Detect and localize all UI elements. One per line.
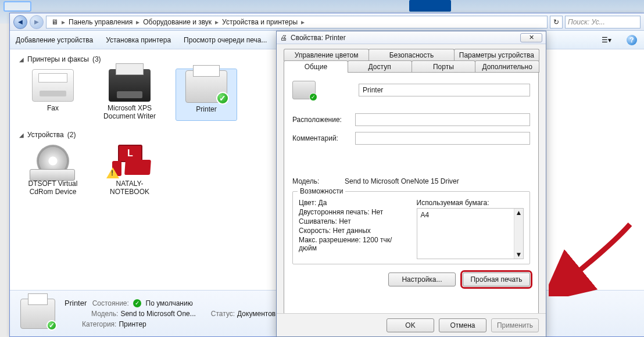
feature-stapler: Сшиватель: Нет — [299, 217, 406, 225]
model-value: Send to Microsoft OneNote 15 Driver — [345, 177, 459, 185]
details-state-key: Состояние: — [92, 299, 129, 307]
tabs-row-top: Управление цветом Безопасность Параметры… — [284, 49, 539, 61]
paper-value: A4 — [421, 211, 430, 219]
scrollbar[interactable]: ▲▼ — [514, 209, 523, 259]
check-icon: ✓ — [133, 299, 141, 307]
device-label: Fax — [23, 104, 83, 112]
device-xps[interactable]: Microsoft XPS Document Writer — [99, 69, 160, 120]
tabs-row-bottom: Общие Доступ Порты Дополнительно — [284, 60, 539, 73]
breadcrumb-item[interactable]: Оборудование и звук — [141, 18, 214, 26]
category-count: (3) — [92, 55, 101, 63]
tab-advanced[interactable]: Дополнительно — [475, 60, 539, 73]
refresh-button[interactable]: ↻ — [550, 16, 563, 28]
view-options-button[interactable]: ☰▾ — [600, 34, 613, 46]
device-label: NATALY-NOTEBOOK — [99, 180, 160, 196]
cmd-add-printer[interactable]: Установка принтера — [106, 36, 171, 44]
collapse-icon: ◢ — [19, 56, 24, 63]
tab-panel-general: ✓ Printer Расположение: Комментарий: Мод… — [284, 72, 539, 317]
printer-icon: ✓ — [185, 70, 227, 103]
cmd-view-queue[interactable]: Просмотр очереди печа... — [184, 36, 267, 44]
close-button[interactable]: ✕ — [520, 33, 542, 42]
device-dtsoft[interactable]: DTSOFT Virtual CdRom Device — [23, 145, 83, 196]
category-label: Устройства — [27, 131, 64, 139]
device-label: DTSOFT Virtual CdRom Device — [23, 180, 83, 196]
comment-input[interactable] — [355, 132, 530, 145]
comment-label: Комментарий: — [292, 134, 349, 142]
ok-button[interactable]: OK — [387, 318, 434, 332]
device-label: Microsoft XPS Document Writer — [99, 104, 160, 120]
details-state-value: По умолчанию — [146, 299, 193, 307]
details-status-value: Документов... — [237, 310, 281, 318]
help-button[interactable]: ? — [625, 34, 638, 46]
default-check-icon: ✓ — [46, 320, 57, 331]
location-input[interactable] — [355, 113, 530, 126]
dialog-title: Свойства: Printer — [291, 34, 517, 42]
features-legend: Возможности — [298, 187, 345, 195]
feature-speed: Скорость: Нет данных — [299, 227, 406, 235]
fax-icon — [32, 69, 74, 102]
cancel-button[interactable]: Отмена — [439, 318, 486, 332]
tab-device-settings[interactable]: Параметры устройства — [454, 49, 539, 61]
dialog-body: Управление цветом Безопасность Параметры… — [277, 44, 546, 317]
test-print-button[interactable]: Пробная печать — [463, 273, 530, 286]
device-notebook[interactable]: NATALY-NOTEBOOK — [99, 145, 160, 196]
settings-button[interactable]: Настройка... — [388, 273, 456, 286]
check-icon: ✓ — [309, 93, 317, 101]
nav-forward-button[interactable]: ► — [30, 15, 44, 29]
device-label: Printer — [176, 105, 237, 113]
dialog-footer: OK Отмена Применить — [277, 313, 546, 336]
address-bar: ◄ ► 🖥▸ Панель управления▸ Оборудование и… — [10, 13, 644, 31]
search-input[interactable]: Поиск: Ус... — [565, 16, 641, 28]
cdrom-icon — [32, 145, 74, 177]
details-model-key: Модель: — [91, 310, 118, 318]
tab-color-management[interactable]: Управление цветом — [284, 49, 369, 61]
device-fax[interactable]: Fax — [23, 69, 83, 120]
location-label: Расположение: — [292, 116, 349, 124]
apply-button[interactable]: Применить — [491, 318, 539, 332]
computer-icon — [109, 145, 151, 177]
printer-icon: ✓ — [292, 81, 316, 99]
printer-icon — [109, 69, 151, 102]
warning-icon — [106, 167, 119, 178]
breadcrumb-item[interactable]: Устройства и принтеры — [220, 18, 300, 26]
taskbar-hint-2 — [409, 0, 451, 12]
feature-maxres: Макс. разрешение: 1200 тчк/дюйм — [299, 236, 406, 252]
tab-general[interactable]: Общие — [284, 60, 348, 73]
breadcrumb-item[interactable]: Панель управления — [66, 18, 135, 26]
feature-color: Цвет: Да — [299, 199, 406, 207]
details-printer-icon: ✓ — [20, 299, 55, 329]
paper-label: Используемая бумага: — [417, 199, 524, 207]
taskbar-hint — [3, 1, 31, 12]
printer-mini-icon: 🖨 — [280, 34, 287, 42]
nav-back-button[interactable]: ◄ — [13, 15, 27, 29]
tab-security[interactable]: Безопасность — [368, 49, 454, 61]
printer-name-input[interactable]: Printer — [359, 84, 530, 96]
features-group: Возможности Цвет: Да Двусторонняя печать… — [292, 191, 530, 264]
cmd-add-device[interactable]: Добавление устройства — [16, 36, 93, 44]
category-label: Принтеры и факсы — [27, 55, 89, 63]
details-cat-value: Принтер — [119, 320, 146, 328]
default-check-icon: ✓ — [216, 92, 229, 105]
category-count: (2) — [67, 131, 76, 139]
dialog-titlebar[interactable]: 🖨 Свойства: Printer ✕ — [277, 31, 546, 44]
paper-listbox[interactable]: A4 ▲▼ — [417, 208, 524, 259]
device-printer[interactable]: ✓ Printer — [176, 69, 237, 120]
model-label: Модель: — [292, 177, 339, 185]
details-model-value: Send to Microsoft One... — [120, 310, 195, 318]
printer-properties-dialog: 🖨 Свойства: Printer ✕ Управление цветом … — [276, 31, 546, 337]
tab-sharing[interactable]: Доступ — [348, 60, 412, 73]
details-title: Printer — [65, 299, 87, 307]
tab-ports[interactable]: Порты — [412, 60, 476, 73]
collapse-icon: ◢ — [19, 132, 24, 138]
breadcrumb-root-icon[interactable]: 🖥 — [49, 18, 60, 26]
breadcrumb[interactable]: 🖥▸ Панель управления▸ Оборудование и зву… — [46, 16, 548, 28]
details-cat-key: Категория: — [82, 320, 116, 328]
details-status-key: Статус: — [211, 310, 235, 318]
feature-duplex: Двусторонняя печать: Нет — [299, 208, 406, 216]
